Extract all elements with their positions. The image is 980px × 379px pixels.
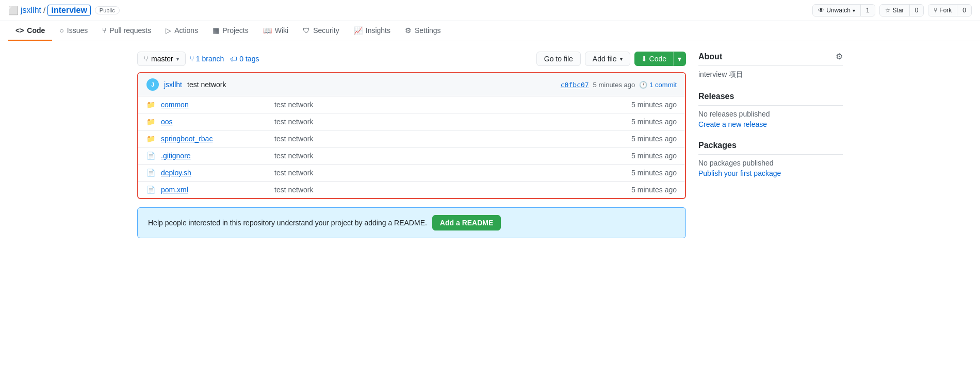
file-time: 5 minutes ago xyxy=(631,118,677,126)
code-dropdown-button[interactable]: ▾ xyxy=(673,52,686,66)
repo-content: ⑂ master ▾ ⑂ 1 branch 🏷 0 tags Go to fil… xyxy=(137,52,686,238)
about-description: interview 项目 xyxy=(698,70,843,79)
eye-icon: 👁 xyxy=(818,7,824,14)
branch-count-link[interactable]: ⑂ 1 branch xyxy=(190,55,224,63)
fork-count[interactable]: 0 xyxy=(957,5,971,16)
unwatch-count[interactable]: 1 xyxy=(861,5,875,16)
commit-hash-link[interactable]: c0fbc07 xyxy=(561,81,589,89)
fork-label: Fork xyxy=(939,7,952,14)
file-time: 5 minutes ago xyxy=(631,152,677,160)
commit-message: test network xyxy=(187,80,226,89)
go-to-file-button[interactable]: Go to file xyxy=(536,52,581,66)
repo-icon: ⬜ xyxy=(8,6,19,15)
commit-info: c0fbc07 5 minutes ago 🕐 1 commit xyxy=(561,81,677,89)
tab-security[interactable]: 🛡 Security xyxy=(296,21,347,41)
tab-actions[interactable]: ▷ Actions xyxy=(158,21,205,41)
about-section: About ⚙ interview 项目 xyxy=(698,52,843,79)
star-icon: ☆ xyxy=(885,7,891,14)
tab-code-label: Code xyxy=(27,26,45,35)
commit-time: 5 minutes ago xyxy=(593,81,635,89)
add-readme-button[interactable]: Add a README xyxy=(432,215,501,230)
tab-wiki-label: Wiki xyxy=(275,26,288,35)
repo-name-link[interactable]: interview xyxy=(47,5,90,16)
tab-code[interactable]: <> Code xyxy=(8,21,52,41)
packages-title: Packages xyxy=(698,141,737,150)
sidebar: About ⚙ interview 项目 Releases No release… xyxy=(698,52,843,238)
security-icon: 🛡 xyxy=(303,26,310,35)
tab-issues-label: Issues xyxy=(67,26,88,35)
releases-status: No releases published xyxy=(698,110,843,118)
tab-issues[interactable]: ○ Issues xyxy=(52,21,95,41)
author-name-link[interactable]: jsxllht xyxy=(164,80,182,89)
tab-settings[interactable]: ⚙ Settings xyxy=(398,21,448,41)
repo-name: ⬜ jsxllht / interview Public xyxy=(8,5,120,16)
branch-count-text: 1 branch xyxy=(196,55,224,63)
code-icon: <> xyxy=(15,26,24,35)
tag-count-text: 0 tags xyxy=(239,55,259,63)
star-button[interactable]: ☆ Star xyxy=(880,5,910,16)
unwatch-group: 👁 Unwatch ▾ 1 xyxy=(812,4,875,17)
star-count[interactable]: 0 xyxy=(910,5,924,16)
tab-pr-label: Pull requests xyxy=(109,26,151,35)
unwatch-button[interactable]: 👁 Unwatch ▾ xyxy=(813,5,861,16)
add-file-button[interactable]: Add file ▾ xyxy=(585,52,630,66)
projects-icon: ▦ xyxy=(213,26,219,35)
folder-icon: 📁 xyxy=(146,135,157,143)
history-icon: 🕐 xyxy=(639,81,647,89)
file-commit-message: test network xyxy=(274,186,631,194)
tab-wiki[interactable]: 📖 Wiki xyxy=(256,21,296,41)
tab-settings-label: Settings xyxy=(415,26,441,35)
file-name-link[interactable]: common xyxy=(161,101,274,109)
fork-button[interactable]: ⑂ Fork xyxy=(928,5,957,16)
file-icon: 📄 xyxy=(146,152,157,160)
file-name-link[interactable]: .gitignore xyxy=(161,152,274,160)
packages-status: No packages published xyxy=(698,159,843,167)
releases-section: Releases No releases published Create a … xyxy=(698,92,843,128)
chevron-down-icon: ▾ xyxy=(853,8,855,13)
commit-count-link[interactable]: 🕐 1 commit xyxy=(639,81,677,89)
table-row: 📁springboot_rbactest network5 minutes ag… xyxy=(138,130,685,147)
file-name-link[interactable]: deploy.sh xyxy=(161,169,274,177)
file-commit-message: test network xyxy=(274,118,631,126)
tag-icon: 🏷 xyxy=(230,55,237,63)
tag-count-link[interactable]: 🏷 0 tags xyxy=(230,55,259,63)
table-row: 📄.gitignoretest network5 minutes ago xyxy=(138,147,685,164)
settings-icon: ⚙ xyxy=(405,26,412,35)
main-content: ⑂ master ▾ ⑂ 1 branch 🏷 0 tags Go to fil… xyxy=(129,41,851,249)
table-row: 📁commontest network5 minutes ago xyxy=(138,96,685,113)
file-tree-header: J jsxllht test network c0fbc07 5 minutes… xyxy=(138,73,685,96)
file-commit-message: test network xyxy=(274,135,631,143)
insights-icon: 📈 xyxy=(354,26,363,35)
branch-meta: ⑂ 1 branch 🏷 0 tags xyxy=(190,55,259,63)
file-time: 5 minutes ago xyxy=(631,169,677,177)
table-row: 📄pom.xmltest network5 minutes ago xyxy=(138,182,685,198)
file-icon: 📄 xyxy=(146,186,157,194)
code-button-label: Code xyxy=(649,55,666,63)
tab-actions-label: Actions xyxy=(174,26,198,35)
top-bar-actions: 👁 Unwatch ▾ 1 ☆ Star 0 ⑂ Fork 0 xyxy=(812,4,972,17)
pull-request-icon: ⑂ xyxy=(102,26,106,35)
tab-pull-requests[interactable]: ⑂ Pull requests xyxy=(95,21,158,41)
releases-title: Releases xyxy=(698,92,734,101)
folder-icon: 📁 xyxy=(146,118,157,126)
tab-security-label: Security xyxy=(313,26,339,35)
chevron-down-icon: ▾ xyxy=(176,56,179,62)
file-name-link[interactable]: springboot_rbac xyxy=(161,135,274,143)
gear-icon[interactable]: ⚙ xyxy=(836,52,843,61)
table-row: 📁oostest network5 minutes ago xyxy=(138,113,685,130)
chevron-down-icon: ▾ xyxy=(620,56,623,62)
tab-projects[interactable]: ▦ Projects xyxy=(205,21,256,41)
publish-package-link[interactable]: Publish your first package xyxy=(698,169,843,177)
file-commit-message: test network xyxy=(274,101,631,109)
file-name-link[interactable]: pom.xml xyxy=(161,186,274,194)
branch-selector[interactable]: ⑂ master ▾ xyxy=(137,52,186,66)
repo-owner-link[interactable]: jsxllht xyxy=(21,6,41,15)
create-release-link[interactable]: Create a new release xyxy=(698,120,843,128)
issues-icon: ○ xyxy=(59,26,63,35)
add-file-group: Add file ▾ xyxy=(585,52,630,66)
readme-banner: Help people interested in this repositor… xyxy=(137,207,686,238)
file-name-link[interactable]: oos xyxy=(161,118,274,126)
tab-insights[interactable]: 📈 Insights xyxy=(347,21,398,41)
file-icon: 📄 xyxy=(146,169,157,177)
code-main-button[interactable]: ⬇ Code xyxy=(634,52,673,66)
